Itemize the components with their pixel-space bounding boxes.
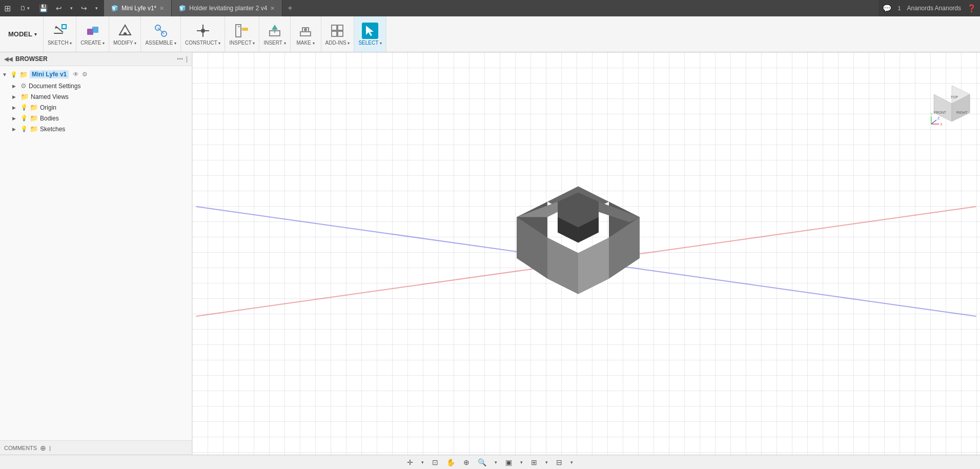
svg-rect-24 [332,31,337,36]
tree-lightbulb-root: 💡 [10,71,17,78]
chat-icon[interactable]: 💬 [883,4,891,12]
tree-origin[interactable]: ▶ 💡 📁 Origin [0,102,192,113]
file-button[interactable]: 🗋 ▾ [17,4,33,13]
svg-text:FRONT: FRONT [934,111,947,114]
tree-arrow-sketches[interactable]: ▶ [12,127,18,132]
svg-rect-22 [332,25,337,30]
construct-icon [195,23,211,39]
layout-icon[interactable]: ⊟ [554,457,564,467]
comments-add-icon[interactable]: ⊕ [40,444,46,452]
gear-icon-doc: ⚙ [21,82,27,90]
toolbar-construct[interactable]: CONSTRUCT ▾ [181,16,225,52]
viewport[interactable]: TOP FRONT RIGHT X Y Z [192,52,980,455]
file-icon: 🗋 [20,5,26,12]
tree-arrow-bodies[interactable]: ▶ [12,116,18,121]
toolbar-assemble[interactable]: ASSEMBLE ▾ [141,16,181,52]
tree-label-doc: Document Settings [29,83,80,90]
toolbar-addins[interactable]: ADD-INS ▾ [321,16,355,52]
svg-rect-23 [338,25,343,30]
sidebar-menu-icon[interactable]: ⋯ [177,55,183,63]
assemble-icon [153,23,169,39]
select-icon [362,23,378,39]
make-icon [297,23,314,39]
tree-named-views[interactable]: ▶ 📁 Named Views [0,91,192,102]
folder-icon-origin: 📁 [30,104,38,111]
user-name[interactable]: Ananords Ananords [907,5,961,12]
svg-line-47 [931,120,936,124]
tree-settings-root[interactable]: ⚙ [82,71,88,78]
folder-icon-views: 📁 [21,93,29,100]
snap-arrow[interactable]: ▾ [419,459,426,466]
tree-arrow-views[interactable]: ▶ [12,94,18,99]
display-arrow[interactable]: ▾ [518,459,525,466]
orbit-icon[interactable]: ⊕ [461,457,472,467]
undo-arrow[interactable]: ▾ [68,5,75,12]
folder-icon-bodies: 📁 [30,114,38,122]
svg-marker-40 [934,94,952,121]
tree-document-settings[interactable]: ▶ ⚙ Document Settings [0,80,192,91]
svg-rect-0 [54,33,63,34]
tree-root[interactable]: ▼ 💡 📁 Mini Lyfe v1 👁 ⚙ [0,68,192,80]
tree-arrow-origin[interactable]: ▶ [12,105,18,110]
toolbar-select[interactable]: SELECT ▾ [354,16,386,52]
light-icon-origin: 💡 [21,104,28,111]
toolbar-make[interactable]: MAKE ▾ [291,16,321,52]
light-icon-bodies: 💡 [21,115,28,121]
model-dropdown[interactable]: MODEL ▾ [2,16,44,52]
sidebar-collapse-icon[interactable]: ◀◀ [4,56,12,63]
sidebar-bottom-divider: | [49,445,51,451]
svg-marker-18 [272,25,278,30]
snap-icon[interactable]: ✛ [405,457,415,467]
svg-text:Y: Y [930,112,933,116]
zoom-icon[interactable]: 🔍 [476,457,488,467]
add-tab-button[interactable]: + [282,4,297,13]
folder-icon-sketches: 📁 [30,125,38,133]
tree-label-origin: Origin [40,104,56,111]
tree-folder-root: 📁 [19,71,28,78]
notification-count: 1 [897,5,901,11]
help-icon[interactable]: ❓ [967,4,976,12]
svg-marker-33 [578,237,609,294]
svg-text:RIGHT: RIGHT [956,111,968,114]
view-cube[interactable]: TOP FRONT RIGHT X Y Z [929,83,970,124]
svg-rect-16 [242,28,248,31]
comments-label: COMMENTS [4,445,37,451]
grid-icon[interactable]: ⊞ [529,457,539,467]
tab-holder-planter[interactable]: 🧊 Holder levitating planter 2 v4 ✕ [172,0,282,16]
tree-bodies[interactable]: ▶ 💡 📁 Bodies [0,113,192,124]
toolbar-sketch[interactable]: SKETCH ▾ [44,16,76,52]
undo-button[interactable]: ↩ [54,3,64,13]
close-tab-2[interactable]: ✕ [270,5,275,12]
svg-text:Z: Z [937,116,940,120]
grid-arrow[interactable]: ▾ [543,459,550,466]
app-grid-icon[interactable]: ⊞ [4,4,11,13]
tree-arrow-root[interactable]: ▼ [2,72,8,77]
modify-icon [117,23,133,39]
bottom-center: ✛ ▾ ⊡ ✋ ⊕ 🔍 ▾ ▣ ▾ ⊞ ▾ ⊟ ▾ [405,457,575,467]
tab-bar: 🧊 Mini Lyfe v1* ✕ 🧊 Holder levitating pl… [104,0,879,16]
svg-marker-26 [366,26,374,36]
tree-label-bodies: Bodies [40,115,59,122]
tab-mini-lyfe[interactable]: 🧊 Mini Lyfe v1* ✕ [104,0,172,16]
toolbar-insert[interactable]: INSERT ▾ [259,16,290,52]
toolbar-modify[interactable]: MODIFY ▾ [109,16,141,52]
zoom-arrow[interactable]: ▾ [493,459,499,466]
pan-icon[interactable]: ✋ [444,457,457,467]
close-tab-1[interactable]: ✕ [159,5,164,12]
toolbar-create[interactable]: CREATE ▾ [76,16,109,52]
save-button[interactable]: 💾 [37,3,50,13]
tree-label-root: Mini Lyfe v1 [30,70,69,78]
display-icon[interactable]: ▣ [503,457,514,467]
tree-arrow-doc[interactable]: ▶ [12,84,18,89]
tree-sketches[interactable]: ▶ 💡 📁 Sketches [0,124,192,134]
tree-eye-root[interactable]: 👁 [73,71,79,78]
top-bar: ⊞ 🗋 ▾ 💾 ↩ ▾ ↪ ▾ 🧊 Mini Lyfe v1* ✕ 🧊 Hold… [0,0,980,16]
redo-arrow[interactable]: ▾ [93,5,100,12]
svg-marker-36 [517,201,558,217]
svg-rect-3 [62,25,66,29]
grid-toggle-icon[interactable]: ⊡ [430,457,440,467]
redo-button[interactable]: ↪ [79,3,89,13]
sidebar-divider: | [186,55,188,63]
layout-arrow[interactable]: ▾ [568,459,575,466]
toolbar-inspect[interactable]: INSPECT ▾ [225,16,259,52]
